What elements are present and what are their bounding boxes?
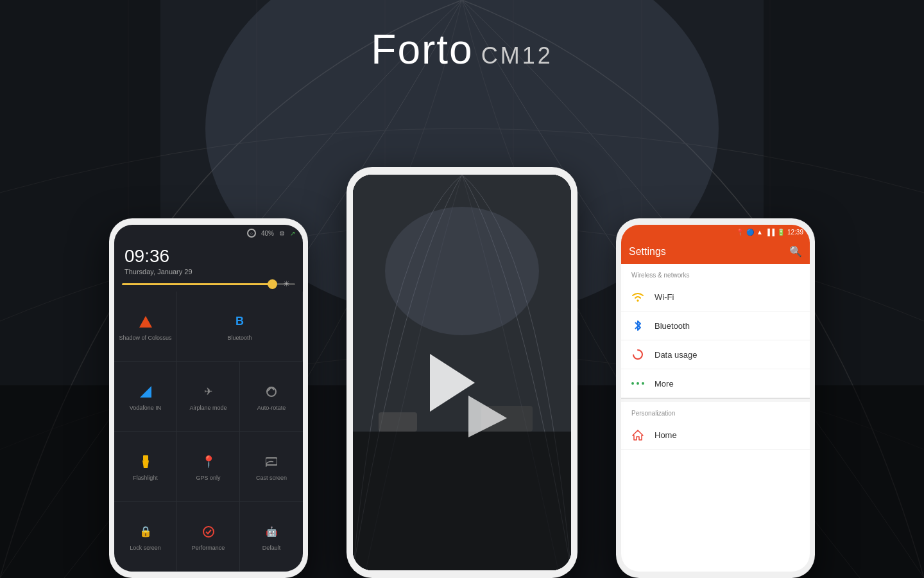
left-date: Thursday, January 29 bbox=[124, 268, 293, 276]
svg-point-29 bbox=[637, 300, 639, 302]
toggle-icon-shadow bbox=[135, 311, 156, 332]
right-status-bar: 📍 🔵 ▲ ▐▐ 🔋 12:39 bbox=[621, 225, 810, 239]
status-bt-icon: 🔵 bbox=[746, 229, 754, 236]
svg-point-23 bbox=[385, 207, 539, 335]
svg-point-32 bbox=[637, 382, 639, 385]
status-battery-icon: 🔋 bbox=[777, 229, 785, 236]
svg-point-33 bbox=[642, 382, 644, 385]
toggle-label-cast: Cast screen bbox=[256, 475, 287, 481]
phone-center bbox=[346, 167, 578, 578]
toggle-icon-signal bbox=[135, 381, 156, 402]
svg-marker-17 bbox=[142, 460, 149, 468]
svg-marker-11 bbox=[139, 316, 152, 328]
toggle-performance[interactable]: Performance bbox=[177, 502, 240, 572]
toggle-label-gps: GPS only bbox=[196, 475, 220, 481]
svg-marker-26 bbox=[430, 354, 475, 412]
settings-item-wifi[interactable]: Wi-Fi bbox=[621, 283, 810, 311]
status-signal-icon: ▐▐ bbox=[766, 229, 774, 236]
toggle-label-performance: Performance bbox=[192, 545, 225, 551]
brightness-track: ☀ bbox=[122, 283, 295, 285]
toggle-lockscreen[interactable]: 🔒 Lock screen bbox=[114, 502, 177, 572]
toggle-icon-flashlight bbox=[135, 451, 156, 472]
left-time-section: 09:36 Thursday, January 29 bbox=[114, 241, 303, 283]
svg-point-20 bbox=[203, 527, 214, 537]
toggle-label-flashlight: Flashlight bbox=[133, 475, 158, 481]
toggle-label-default: Default bbox=[262, 545, 281, 551]
toggle-icon-bt: B bbox=[230, 311, 250, 332]
left-status-bar: ○ 40% ⚙ ↗ bbox=[114, 225, 303, 241]
toggle-gps[interactable]: 📍 GPS only bbox=[177, 432, 240, 502]
svg-rect-28 bbox=[472, 363, 497, 389]
toggle-icon-lock: 🔒 bbox=[135, 521, 156, 542]
right-screen-content: 📍 🔵 ▲ ▐▐ 🔋 12:39 Settings 🔍 Wireless & n… bbox=[621, 225, 810, 572]
left-time: 09:36 bbox=[124, 247, 293, 267]
settings-list: Wireless & networks Wi-Fi bbox=[621, 264, 810, 450]
home-label: Home bbox=[654, 430, 677, 440]
toggle-autorotate[interactable]: Auto-rotate bbox=[240, 362, 303, 432]
settings-item-data[interactable]: Data usage bbox=[621, 340, 810, 369]
wifi-label: Wi-Fi bbox=[654, 292, 674, 302]
toggle-label-lock: Lock screen bbox=[130, 545, 161, 551]
left-screen-content: ○ 40% ⚙ ↗ 09:36 Thursday, January 29 ☀ bbox=[114, 225, 303, 572]
phone-left: ○ 40% ⚙ ↗ 09:36 Thursday, January 29 ☀ bbox=[109, 218, 308, 578]
section-header-wireless: Wireless & networks bbox=[621, 264, 810, 283]
tangram-svg bbox=[417, 347, 507, 437]
battery-ring: ○ bbox=[247, 229, 256, 238]
svg-marker-12 bbox=[140, 386, 151, 398]
toggle-label-airplane: Airplane mode bbox=[189, 405, 227, 411]
brightness-thumb bbox=[268, 279, 277, 289]
toggle-icon-performance bbox=[198, 521, 219, 542]
gear-icon: ⚙ bbox=[279, 230, 285, 237]
toggle-shadow-colossus[interactable]: Shadow of Colossus bbox=[114, 292, 177, 362]
toggle-label-bt: Bluetooth bbox=[227, 335, 252, 341]
toggle-cast[interactable]: Cast screen bbox=[240, 432, 303, 502]
toggle-label-rotate: Auto-rotate bbox=[257, 405, 286, 411]
left-phone-screen: ○ 40% ⚙ ↗ 09:36 Thursday, January 29 ☀ bbox=[114, 225, 303, 572]
toggle-airplane[interactable]: ✈ Airplane mode bbox=[177, 362, 240, 432]
status-time: 12:39 bbox=[787, 229, 803, 236]
svg-marker-27 bbox=[468, 396, 507, 437]
settings-item-bluetooth[interactable]: Bluetooth bbox=[621, 311, 810, 340]
section-header-personalization: Personalization bbox=[621, 402, 810, 421]
toggle-default[interactable]: 🤖 Default bbox=[240, 502, 303, 572]
brightness-row[interactable]: ☀ bbox=[114, 283, 303, 285]
svg-rect-22 bbox=[353, 432, 571, 570]
title-main: Forto bbox=[371, 26, 473, 73]
title-sub: CM12 bbox=[481, 42, 553, 69]
toggle-label-shadow: Shadow of Colossus bbox=[119, 335, 171, 341]
toggle-icon-rotate bbox=[261, 381, 282, 402]
phones-container: ○ 40% ⚙ ↗ 09:36 Thursday, January 29 ☀ bbox=[109, 128, 815, 578]
settings-item-home[interactable]: Home bbox=[621, 421, 810, 450]
svg-marker-34 bbox=[633, 430, 643, 440]
toggle-label-vodafone: Vodafone IN bbox=[130, 405, 162, 411]
settings-item-more[interactable]: More bbox=[621, 369, 810, 398]
more-label: More bbox=[654, 379, 674, 389]
center-screen-content bbox=[353, 175, 571, 570]
title-area: Forto CM12 bbox=[371, 26, 552, 73]
right-phone-screen: 📍 🔵 ▲ ▐▐ 🔋 12:39 Settings 🔍 Wireless & n… bbox=[621, 225, 810, 572]
toggle-vodafone[interactable]: Vodafone IN bbox=[114, 362, 177, 432]
wifi-icon bbox=[631, 290, 644, 303]
chart-icon: ↗ bbox=[290, 230, 295, 237]
more-icon bbox=[631, 377, 644, 390]
data-usage-label: Data usage bbox=[654, 350, 697, 360]
status-wifi-icon: ▲ bbox=[757, 229, 763, 236]
home-icon bbox=[631, 428, 644, 441]
center-phone-screen bbox=[353, 175, 571, 570]
settings-title: Settings bbox=[629, 246, 666, 258]
bluetooth-icon bbox=[631, 319, 644, 332]
battery-pct: 40% bbox=[261, 230, 274, 237]
right-toolbar: Settings 🔍 bbox=[621, 239, 810, 264]
svg-point-31 bbox=[631, 382, 634, 385]
svg-rect-16 bbox=[143, 455, 148, 460]
toggle-flashlight[interactable]: Flashlight bbox=[114, 432, 177, 502]
toggle-bluetooth[interactable]: B Bluetooth bbox=[177, 292, 303, 362]
data-usage-icon bbox=[631, 348, 644, 361]
toggle-icon-gps: 📍 bbox=[198, 451, 219, 472]
svg-rect-24 bbox=[379, 412, 417, 432]
search-button[interactable]: 🔍 bbox=[789, 245, 802, 258]
toggle-icon-airplane: ✈ bbox=[198, 381, 219, 402]
brightness-icon: ☀ bbox=[282, 279, 291, 289]
toggle-icon-default: 🤖 bbox=[261, 521, 282, 542]
status-location-icon: 📍 bbox=[736, 229, 744, 236]
